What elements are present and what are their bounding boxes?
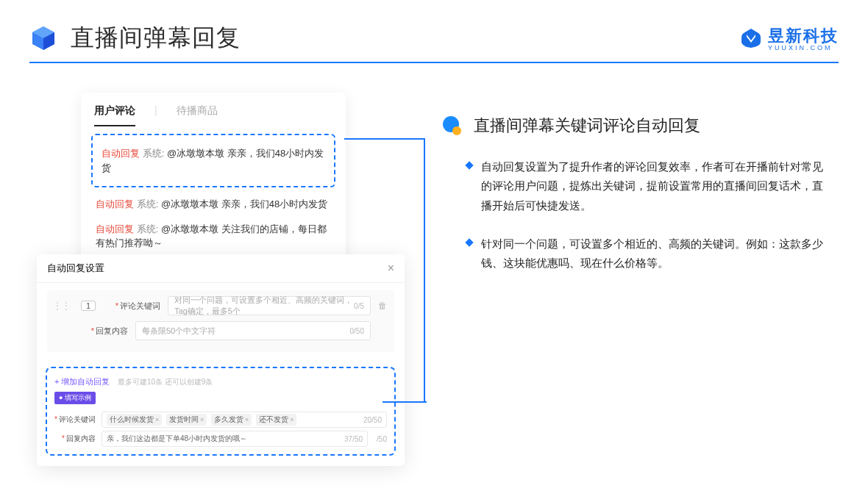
page-title: 直播间弹幕回复 — [71, 22, 241, 54]
tag-chip[interactable]: 还不发货× — [256, 414, 296, 426]
header-left: 直播间弹幕回复 — [29, 22, 241, 54]
bullet-text: 自动回复设置为了提升作者的评论回复效率，作者可在开播前针对常见的评论用户问题，提… — [481, 157, 831, 215]
description-panel: 直播间弹幕关键词评论自动回复 自动回复设置为了提升作者的评论回复效率，作者可在开… — [441, 93, 831, 292]
brand-icon — [740, 27, 762, 49]
add-hint: 最多可建10条 还可以创建9条 — [118, 378, 213, 386]
brand-sub: YUUXIN.COM — [768, 44, 833, 51]
tab-divider: | — [154, 104, 157, 126]
auto-reply-settings-modal: 自动回复设置 × ⋮⋮ 1 *评论关键词 对同一个问题，可设置多个相近、高频的关… — [37, 254, 405, 466]
tab-pending-products[interactable]: 待播商品 — [177, 104, 218, 126]
section-icon — [441, 115, 463, 137]
add-auto-reply-link[interactable]: + 增加自动回复 — [54, 377, 110, 386]
content-label: 回复内容 — [96, 326, 128, 335]
index-chip: 1 — [81, 301, 96, 311]
system-label: 系统: — [137, 223, 159, 234]
auto-reply-tag: 自动回复 — [102, 148, 140, 159]
auto-reply-tag: 自动回复 — [96, 198, 134, 209]
delete-icon[interactable]: 🗑 — [378, 301, 388, 311]
example-block: + 增加自动回复 最多可建10条 还可以创建9条 ● 填写示例 *评论关键词 什… — [46, 367, 396, 456]
comment-item: 自动回复 系统: @冰墩墩本墩 关注我们的店铺，每日都有热门推荐呦～ — [91, 217, 335, 256]
diamond-icon — [465, 161, 473, 169]
ex-content-input[interactable]: 亲，我们这边都是下单48小时内发货的哦～ 37/50 — [102, 431, 368, 447]
tag-chip[interactable]: 发货时间× — [166, 414, 207, 426]
brand-logo: 昱新科技 YUUXIN.COM — [740, 25, 839, 51]
bullet-item: 针对同一个问题，可设置多个相近的、高频的关键词。例如：这款多少钱、这块能优惠吗、… — [466, 234, 831, 273]
highlighted-comment: 自动回复 系统: @冰墩墩本墩 亲亲，我们48小时内发货 — [91, 134, 335, 187]
modal-title: 自动回复设置 — [47, 262, 104, 275]
svg-point-5 — [452, 126, 461, 135]
keyword-input[interactable]: 对同一个问题，可设置多个相近、高频的关键词，Tag确定，最多5个 0/5 — [168, 296, 371, 315]
bullet-item: 自动回复设置为了提升作者的评论回复效率，作者可在开播前针对常见的评论用户问题，提… — [466, 157, 831, 215]
char-counter: 20/50 — [363, 416, 382, 424]
ex-keyword-label: 评论关键词 — [59, 415, 96, 423]
comments-panel: 用户评论 | 待播商品 自动回复 系统: @冰墩墩本墩 亲亲，我们48小时内发货… — [81, 93, 346, 269]
cube-icon — [29, 24, 57, 52]
section-title: 直播间弹幕关键词评论自动回复 — [474, 115, 700, 137]
comment-item: 自动回复 系统: @冰墩墩本墩 亲亲，我们48小时内发货 — [91, 192, 335, 217]
header: 直播间弹幕回复 昱新科技 YUUXIN.COM — [0, 0, 868, 62]
char-counter: 37/50 — [344, 435, 363, 443]
diamond-icon — [465, 238, 473, 246]
tag-chip[interactable]: 什么时候发货× — [107, 414, 162, 426]
auto-reply-tag: 自动回复 — [96, 223, 134, 234]
char-counter: 0/50 — [350, 327, 364, 335]
drag-handle-icon[interactable]: ⋮⋮ — [53, 301, 71, 311]
keyword-label: 评论关键词 — [120, 301, 160, 310]
char-counter: /50 — [377, 435, 387, 443]
content-input[interactable]: 每条限50个中文字符 0/50 — [135, 321, 371, 340]
bullet-text: 针对同一个问题，可设置多个相近的、高频的关键词。例如：这款多少钱、这块能优惠吗、… — [481, 234, 831, 273]
tag-chip[interactable]: 多久发货× — [211, 414, 252, 426]
example-tag: ● 填写示例 — [54, 392, 96, 404]
ex-content-label: 回复内容 — [66, 434, 96, 442]
comment-text: @冰墩墩本墩 亲亲，我们48小时内发货 — [161, 198, 327, 209]
system-label: 系统: — [137, 198, 159, 209]
char-counter: 0/5 — [354, 302, 364, 310]
ex-keyword-input[interactable]: 什么时候发货× 发货时间× 多久发货× 还不发货× 20/50 — [102, 412, 387, 428]
close-icon[interactable]: × — [388, 262, 394, 275]
tab-user-comments[interactable]: 用户评论 — [94, 104, 135, 126]
system-label: 系统: — [143, 148, 165, 159]
